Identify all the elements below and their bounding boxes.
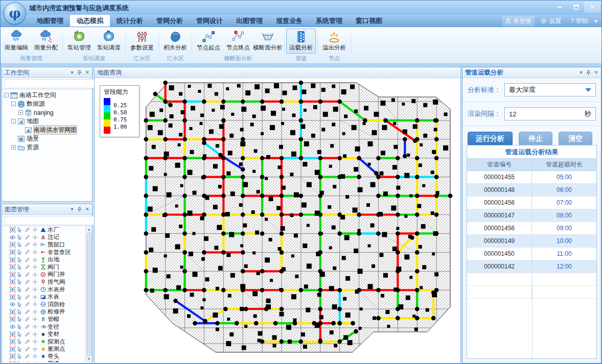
tree-item-6[interactable]: +资源 — [3, 143, 91, 152]
selectable-cursor-icon[interactable] — [17, 331, 24, 337]
menu-item-2[interactable]: 统计分析 — [110, 15, 150, 27]
close-button[interactable]: ✕ — [584, 2, 600, 13]
editable-pencil-icon[interactable] — [25, 286, 31, 293]
selectable-cursor-icon[interactable] — [17, 338, 24, 345]
pin-icon[interactable] — [77, 207, 82, 212]
visibility-eye-icon[interactable] — [9, 286, 16, 293]
selectable-cursor-icon[interactable] — [17, 234, 24, 240]
layer-row-18[interactable]: 四通 — [2, 360, 92, 362]
editable-pencil-icon[interactable] — [25, 361, 31, 362]
layer-row-7[interactable]: 排气阀 — [2, 278, 92, 286]
collapse-icon[interactable]: - — [4, 93, 9, 98]
layer-row-10[interactable]: 消防栓 — [2, 301, 92, 308]
ribbon-button-pump-green[interactable]: 泵站管理 — [64, 29, 94, 54]
render-interval-input[interactable]: 12 秒 — [504, 107, 596, 120]
expand-icon[interactable]: + — [18, 110, 23, 115]
selectable-cursor-icon[interactable] — [17, 286, 24, 293]
editable-pencil-icon[interactable] — [25, 294, 31, 300]
editable-pencil-icon[interactable] — [25, 309, 31, 315]
snap-crosshair-icon[interactable] — [32, 241, 39, 248]
editable-pencil-icon[interactable] — [25, 316, 31, 322]
editable-pencil-icon[interactable] — [25, 264, 31, 270]
snap-crosshair-icon[interactable] — [32, 309, 39, 315]
snap-crosshair-icon[interactable] — [32, 338, 39, 345]
visibility-eye-icon[interactable] — [9, 316, 16, 322]
ribbon-button-node-start[interactable]: 节点起点 — [194, 29, 223, 54]
settings-button[interactable]: 设置 — [538, 16, 564, 27]
editable-pencil-icon[interactable] — [25, 279, 31, 285]
editable-pencil-icon[interactable] — [25, 241, 31, 248]
layer-row-15[interactable]: 探测点 — [2, 338, 92, 346]
layer-row-16[interactable]: 量测点 — [2, 346, 92, 353]
visibility-eye-icon[interactable] — [9, 331, 16, 337]
editable-pencil-icon[interactable] — [25, 257, 31, 263]
snap-crosshair-icon[interactable] — [32, 234, 39, 240]
stop-button[interactable]: 停止 — [519, 132, 552, 146]
ribbon-button-pump-blue[interactable]: 泵站调度 — [94, 29, 124, 54]
snap-crosshair-icon[interactable] — [32, 353, 39, 359]
maximize-button[interactable] — [568, 2, 584, 13]
map-viewport[interactable]: 管段能力 0.250.500.751.00 — [95, 79, 460, 362]
visibility-eye-icon[interactable] — [9, 257, 16, 263]
table-row-6[interactable]: 00000145011:00 — [467, 248, 596, 260]
menu-item-3[interactable]: 管网分析 — [150, 15, 190, 27]
layer-row-14[interactable]: 变材 — [2, 330, 92, 338]
visibility-eye-icon[interactable] — [9, 338, 16, 345]
tree-item-0[interactable]: -南靖工作空间 — [3, 91, 91, 100]
visibility-eye-icon[interactable] — [9, 301, 16, 307]
close-panel-icon[interactable]: ✕ — [85, 70, 89, 75]
visibility-eye-icon[interactable] — [9, 234, 16, 240]
ribbon-button-water-blob[interactable]: 积水分析 — [160, 29, 190, 54]
layer-row-13[interactable]: 变径 — [2, 323, 92, 331]
tree-item-2[interactable]: +nanjing — [3, 108, 91, 117]
table-row-3[interactable]: 00000014708:00 — [467, 209, 596, 222]
visibility-eye-icon[interactable] — [9, 309, 16, 315]
visibility-eye-icon[interactable] — [9, 324, 16, 330]
editable-pencil-icon[interactable] — [25, 338, 31, 345]
ribbon-button-cross-section[interactable]: 横断面分析 — [253, 29, 283, 54]
layer-row-4[interactable]: 出地 — [2, 256, 92, 263]
selectable-cursor-icon[interactable] — [17, 309, 24, 315]
ribbon-button-overflow[interactable]: 溢出分析 — [319, 29, 349, 54]
layer-row-5[interactable]: 阀门 — [2, 263, 92, 271]
editable-pencil-icon[interactable] — [25, 301, 31, 307]
selectable-cursor-icon[interactable] — [17, 227, 24, 233]
help-button[interactable]: ? 帮助 — [567, 16, 591, 27]
layer-row-2[interactable]: 预留口 — [2, 241, 92, 249]
selectable-cursor-icon[interactable] — [17, 249, 24, 255]
ribbon-button-sliders[interactable]: 参数设置 — [127, 29, 157, 54]
login-status[interactable]: 未登录 — [502, 16, 535, 27]
layer-row-1[interactable]: A注记 — [2, 234, 92, 241]
analysis-standard-select[interactable]: 最大深度 — [504, 83, 596, 96]
tree-item-3[interactable]: -地图 — [3, 117, 91, 126]
chevron-down-icon[interactable]: ▾ — [594, 17, 597, 25]
workspace-search-input[interactable] — [4, 79, 96, 88]
editable-pencil-icon[interactable] — [25, 272, 31, 278]
panel-menu-icon[interactable]: ▾ — [71, 207, 74, 212]
snap-crosshair-icon[interactable] — [32, 294, 39, 300]
selectable-cursor-icon[interactable] — [17, 241, 24, 248]
selectable-cursor-icon[interactable] — [17, 324, 24, 330]
snap-crosshair-icon[interactable] — [32, 272, 39, 278]
menu-item-8[interactable]: 窗口视图 — [349, 15, 389, 27]
tree-item-1[interactable]: -数据源 — [3, 100, 91, 108]
editable-pencil-icon[interactable] — [25, 324, 31, 330]
selectable-cursor-icon[interactable] — [17, 353, 24, 359]
layer-row-6[interactable]: 阀门井 — [2, 271, 92, 279]
ribbon-button-rain-edit[interactable]: 雨量编辑 — [2, 29, 31, 54]
menu-item-6[interactable]: 巡查业务 — [269, 15, 309, 27]
collapse-icon[interactable]: - — [11, 102, 16, 106]
table-row-5[interactable]: 00000014910:00 — [467, 235, 596, 248]
menu-item-7[interactable]: 系统管理 — [309, 15, 349, 27]
menu-item-4[interactable]: 管网设计 — [190, 15, 229, 27]
close-panel-icon[interactable]: ✕ — [594, 70, 598, 75]
selectable-cursor-icon[interactable] — [17, 346, 24, 352]
table-row-2[interactable]: 00000145607:00 — [467, 197, 596, 209]
run-analysis-button[interactable]: 运行分析 — [468, 132, 513, 146]
selectable-cursor-icon[interactable] — [17, 301, 24, 307]
snap-crosshair-icon[interactable] — [32, 286, 39, 293]
visibility-eye-icon[interactable] — [9, 249, 16, 255]
visibility-eye-icon[interactable] — [9, 279, 16, 285]
table-row-0[interactable]: 00000145505:00 — [467, 171, 596, 184]
table-row-7[interactable]: 00000014212:00 — [467, 260, 596, 273]
